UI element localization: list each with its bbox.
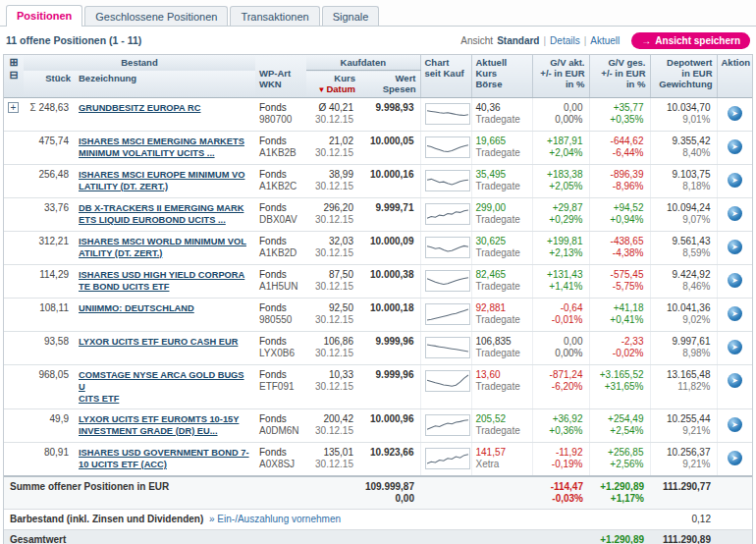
depot-value: 10.256,37 [655, 447, 711, 459]
buy-price: 106,86 [310, 336, 353, 348]
column-kaufkurs-datum[interactable]: Kurs ▼Datum [306, 71, 359, 98]
gv-akt-eur: +183,38 [537, 169, 583, 181]
position-name-link[interactable]: UNIIMMO: DEUTSCHLAND [79, 303, 194, 313]
mini-chart[interactable] [425, 448, 470, 469]
deposit-withdraw-link[interactable]: » Ein-/Auszahlung vornehmen [209, 514, 341, 524]
gv-ges-eur: -438,65 [594, 236, 644, 247]
total-value-row: Gesamtwert +1.290,89 111.290,89 [4, 530, 752, 544]
mini-chart[interactable] [425, 370, 470, 392]
gv-ges-pct: +0,35% [594, 114, 644, 126]
gv-ges-pct: +2,56% [594, 459, 644, 470]
gv-ges-eur: -644,62 [594, 136, 644, 147]
total-depotwert: 111.290,89 [654, 534, 711, 544]
view-details-link[interactable]: Details [550, 35, 580, 46]
expand-position-icon[interactable]: + [8, 102, 19, 113]
view-standard-link[interactable]: Standard [497, 35, 539, 46]
current-price: 19,665 [476, 136, 528, 147]
mini-chart[interactable] [425, 237, 470, 258]
mini-chart[interactable] [425, 270, 470, 292]
depot-positions-page: Positionen Geschlossene Positionen Trans… [0, 0, 756, 544]
order-action-button[interactable]: ➤ [728, 451, 742, 465]
exchange: Tradegate [476, 214, 528, 226]
position-name-link[interactable]: COMSTAGE NYSE ARCA GOLD BUGS UCITS ETF [79, 370, 244, 404]
sigma-icon: Σ [29, 102, 35, 113]
order-action-button[interactable]: ➤ [728, 273, 742, 288]
position-name-link[interactable]: ISHARES MSCI EUROPE MINIMUM VOLATILITY (… [79, 170, 244, 191]
gv-akt-pct: +2,05% [537, 181, 583, 192]
gv-ges-pct: +2,54% [594, 425, 644, 437]
mini-chart[interactable] [425, 414, 470, 436]
mini-chart[interactable] [425, 303, 470, 325]
mini-chart[interactable] [425, 136, 470, 158]
view-aktuell-link[interactable]: Aktuell [590, 35, 620, 46]
buy-date: 30.12.15 [310, 114, 353, 126]
position-row: 475,74ISHARES MSCI EMERGING MARKETSMINIM… [4, 132, 752, 165]
wkn: A1KB2D [259, 247, 302, 259]
collapse-all-icon[interactable]: ⊟ [9, 70, 18, 80]
position-name-link[interactable]: LYXOR UCITS ETF EURO CASH EUR [79, 337, 238, 347]
weight-pct: 8,18% [655, 181, 711, 192]
order-action-button[interactable]: ➤ [728, 106, 742, 121]
exchange: Tradegate [476, 114, 528, 126]
position-name-link[interactable]: GRUNDBESITZ EUROPA RC [79, 103, 200, 113]
mini-chart[interactable] [425, 337, 470, 358]
position-name-link[interactable]: ISHARES USD HIGH YIELD CORPORATE BOND UC… [79, 270, 244, 292]
gv-ges-eur: +3.165,52 [594, 369, 644, 381]
buy-value: 10.923,66 [363, 447, 414, 459]
wkn: DBX0AV [259, 214, 302, 226]
buy-price: 87,50 [310, 269, 353, 281]
position-name-link[interactable]: ISHARES MSCI EMERGING MARKETSMINIMUM VOL… [79, 136, 244, 158]
wp-art: Fonds [259, 302, 302, 314]
order-action-button[interactable]: ➤ [728, 173, 742, 188]
buy-value: 10.000,96 [363, 413, 414, 425]
order-arrow-icon: ➤ [728, 309, 742, 318]
order-action-button[interactable]: ➤ [728, 373, 742, 388]
column-aktuell: Aktuell Kurs Börse [471, 55, 532, 98]
quantity: 33,76 [24, 198, 75, 232]
total-gv-ges: +1.290,89 [593, 534, 644, 544]
gv-ges-eur: -2,33 [594, 336, 644, 348]
weight-pct: 9,21% [655, 459, 711, 470]
order-action-button[interactable]: ➤ [728, 139, 742, 154]
buy-price: 296,20 [310, 202, 353, 214]
order-arrow-icon: ➤ [728, 243, 742, 251]
tab-transaktionen[interactable]: Transaktionen [230, 6, 319, 26]
gv-ges-pct: -0,02% [594, 348, 644, 359]
depot-value: 13.165,48 [655, 369, 711, 381]
mini-chart[interactable] [425, 203, 470, 225]
order-action-button[interactable]: ➤ [728, 306, 742, 321]
column-chart: Chart seit Kauf [420, 55, 471, 98]
current-price: 30,625 [476, 236, 528, 247]
order-action-button[interactable]: ➤ [728, 417, 742, 432]
gv-ges-eur: +35,77 [594, 102, 644, 114]
wp-art: Fonds [259, 369, 302, 381]
order-action-button[interactable]: ➤ [728, 206, 742, 221]
tab-geschlossene-positionen[interactable]: Geschlossene Positionen [84, 6, 228, 26]
position-name-link[interactable]: ISHARES MSCI WORLD MINIMUM VOLATILITY (D… [79, 237, 246, 258]
gv-akt-pct: 0,00% [537, 114, 583, 126]
gv-ges-pct: -5,75% [594, 281, 644, 293]
sum-gv-ges-pct: +1,17% [593, 493, 644, 505]
sum-gv-akt-pct: -0,03% [536, 493, 583, 505]
weight-pct: 9,01% [655, 114, 711, 126]
gv-akt-pct: -0,19% [537, 459, 583, 470]
mini-chart[interactable] [425, 170, 470, 191]
column-bezeichnung[interactable]: Bezeichnung [75, 71, 255, 98]
tab-signale[interactable]: Signale [322, 6, 380, 26]
position-name-link[interactable]: DB X-TRACKERS II EMERGING MARKETS LIQUID… [79, 203, 243, 225]
column-wert-spesen[interactable]: Wert Spesen [359, 71, 420, 98]
tab-positionen[interactable]: Positionen [6, 5, 82, 27]
column-stueck[interactable]: Stück [24, 71, 75, 98]
save-view-button[interactable]: →Ansicht speichern [631, 32, 750, 49]
toolbar: 11 offene Positionen (1 - 11) Ansicht St… [0, 27, 756, 54]
position-name-link[interactable]: LYXOR UCITS ETF EUROMTS 10-15YINVESTMENT… [79, 414, 239, 436]
position-name-link[interactable]: ISHARES USD GOVERNMENT BOND 7-10 UCITS E… [79, 448, 249, 469]
order-arrow-icon: ➤ [728, 376, 742, 385]
mini-chart[interactable] [425, 103, 470, 125]
order-action-button[interactable]: ➤ [728, 340, 742, 354]
expand-all-icon[interactable]: ⊞ [9, 57, 18, 67]
gv-ges-pct: +0,41% [594, 314, 644, 326]
position-row: 80,91ISHARES USD GOVERNMENT BOND 7-10 UC… [4, 443, 752, 477]
order-action-button[interactable]: ➤ [728, 240, 742, 254]
wp-art: Fonds [259, 447, 302, 459]
